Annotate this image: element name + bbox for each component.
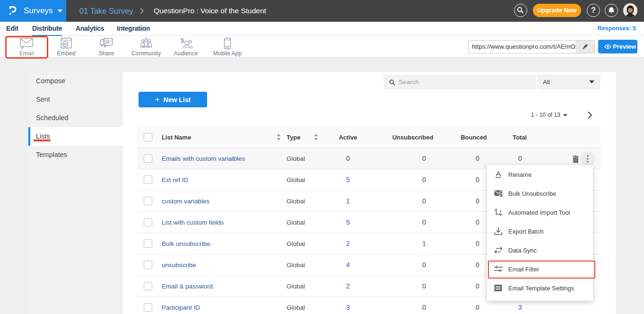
- svg-text:$: $: [181, 37, 184, 44]
